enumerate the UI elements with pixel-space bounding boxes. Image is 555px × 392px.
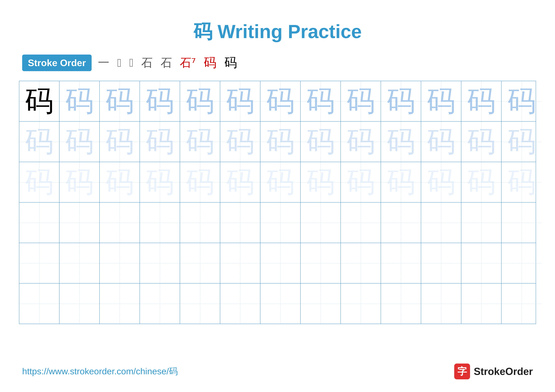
cell-5-7[interactable]	[260, 243, 301, 283]
cell-6-10[interactable]	[381, 284, 421, 324]
cell-5-11[interactable]	[421, 243, 461, 283]
cell-4-1[interactable]	[19, 203, 59, 243]
cell-6-1[interactable]	[19, 284, 59, 324]
cell-3-4[interactable]: 码	[140, 162, 180, 202]
cell-3-7[interactable]: 码	[260, 162, 301, 202]
cell-6-6[interactable]	[220, 284, 260, 324]
char-faded: 码	[427, 87, 455, 115]
cell-2-10[interactable]: 码	[381, 121, 421, 162]
cell-6-7[interactable]	[260, 284, 301, 324]
stroke-order-section: Stroke Order 一 𠃌 𠃍 石 石 石⁷ 码 码	[0, 54, 555, 71]
cell-2-9[interactable]: 码	[341, 121, 381, 162]
grid-row-5	[19, 243, 536, 284]
cell-2-8[interactable]: 码	[301, 121, 341, 162]
cell-4-12[interactable]	[461, 203, 502, 243]
practice-grid: 码 码 码 码 码 码 码 码 码 码 码 码 码 码 码 码 码 码 码 码 …	[19, 81, 536, 324]
char-faded: 码	[427, 128, 455, 156]
cell-2-2[interactable]: 码	[59, 121, 100, 162]
cell-3-3[interactable]: 码	[100, 162, 140, 202]
cell-6-12[interactable]	[461, 284, 502, 324]
cell-1-13[interactable]: 码	[502, 81, 542, 121]
cell-3-6[interactable]: 码	[220, 162, 260, 202]
char-faded: 码	[25, 128, 53, 156]
cell-2-6[interactable]: 码	[220, 121, 260, 162]
cell-5-8[interactable]	[301, 243, 341, 283]
stroke-step-3: 𠃍	[129, 56, 133, 69]
cell-4-10[interactable]	[381, 203, 421, 243]
char-faded: 码	[65, 128, 94, 156]
cell-1-1[interactable]: 码	[19, 81, 59, 121]
cell-2-3[interactable]: 码	[100, 121, 140, 162]
cell-3-11[interactable]: 码	[421, 162, 461, 202]
cell-6-2[interactable]	[59, 284, 100, 324]
cell-5-3[interactable]	[100, 243, 140, 283]
cell-6-5[interactable]	[180, 284, 220, 324]
cell-5-13[interactable]	[502, 243, 542, 283]
cell-5-1[interactable]	[19, 243, 59, 283]
cell-3-5[interactable]: 码	[180, 162, 220, 202]
cell-1-2[interactable]: 码	[59, 81, 100, 121]
cell-6-11[interactable]	[421, 284, 461, 324]
cell-1-11[interactable]: 码	[421, 81, 461, 121]
cell-1-8[interactable]: 码	[301, 81, 341, 121]
cell-4-9[interactable]	[341, 203, 381, 243]
cell-3-8[interactable]: 码	[301, 162, 341, 202]
cell-4-6[interactable]	[220, 203, 260, 243]
cell-5-9[interactable]	[341, 243, 381, 283]
cell-3-1[interactable]: 码	[19, 162, 59, 202]
cell-4-2[interactable]	[59, 203, 100, 243]
char-faded: 码	[226, 168, 254, 196]
cell-5-4[interactable]	[140, 243, 180, 283]
cell-3-2[interactable]: 码	[59, 162, 100, 202]
cell-4-11[interactable]	[421, 203, 461, 243]
cell-5-2[interactable]	[59, 243, 100, 283]
cell-3-10[interactable]: 码	[381, 162, 421, 202]
char-faded: 码	[346, 168, 375, 196]
cell-4-3[interactable]	[100, 203, 140, 243]
stroke-step-4: 石	[141, 55, 153, 70]
cell-2-11[interactable]: 码	[421, 121, 461, 162]
cell-4-8[interactable]	[301, 203, 341, 243]
cell-1-5[interactable]: 码	[180, 81, 220, 121]
cell-1-12[interactable]: 码	[461, 81, 502, 121]
cell-2-13[interactable]: 码	[502, 121, 542, 162]
cell-1-7[interactable]: 码	[260, 81, 301, 121]
stroke-steps: 一 𠃌 𠃍 石 石 石⁷ 码 码	[98, 54, 237, 71]
char-faded: 码	[346, 128, 375, 156]
cell-6-9[interactable]	[341, 284, 381, 324]
cell-1-10[interactable]: 码	[381, 81, 421, 121]
cell-3-13[interactable]: 码	[502, 162, 542, 202]
cell-2-12[interactable]: 码	[461, 121, 502, 162]
char-faded: 码	[306, 87, 335, 115]
cell-2-7[interactable]: 码	[260, 121, 301, 162]
cell-4-4[interactable]	[140, 203, 180, 243]
char-faded: 码	[467, 87, 496, 115]
cell-5-6[interactable]	[220, 243, 260, 283]
cell-5-5[interactable]	[180, 243, 220, 283]
char-faded: 码	[266, 168, 295, 196]
char-faded: 码	[306, 128, 335, 156]
stroke-step-7: 码	[204, 54, 216, 71]
cell-4-13[interactable]	[502, 203, 542, 243]
cell-1-3[interactable]: 码	[100, 81, 140, 121]
cell-1-6[interactable]: 码	[220, 81, 260, 121]
cell-4-5[interactable]	[180, 203, 220, 243]
stroke-step-8: 码	[224, 54, 237, 71]
stroke-step-2: 𠃌	[117, 56, 121, 69]
cell-6-8[interactable]	[301, 284, 341, 324]
cell-1-9[interactable]: 码	[341, 81, 381, 121]
cell-6-13[interactable]	[502, 284, 542, 324]
cell-5-10[interactable]	[381, 243, 421, 283]
cell-2-1[interactable]: 码	[19, 121, 59, 162]
cell-4-7[interactable]	[260, 203, 301, 243]
cell-5-12[interactable]	[461, 243, 502, 283]
cell-3-12[interactable]: 码	[461, 162, 502, 202]
cell-2-4[interactable]: 码	[140, 121, 180, 162]
cell-3-9[interactable]: 码	[341, 162, 381, 202]
cell-2-5[interactable]: 码	[180, 121, 220, 162]
footer: https://www.strokeorder.com/chinese/码 字 …	[0, 363, 555, 379]
char-faded: 码	[467, 168, 496, 196]
cell-1-4[interactable]: 码	[140, 81, 180, 121]
cell-6-4[interactable]	[140, 284, 180, 324]
cell-6-3[interactable]	[100, 284, 140, 324]
